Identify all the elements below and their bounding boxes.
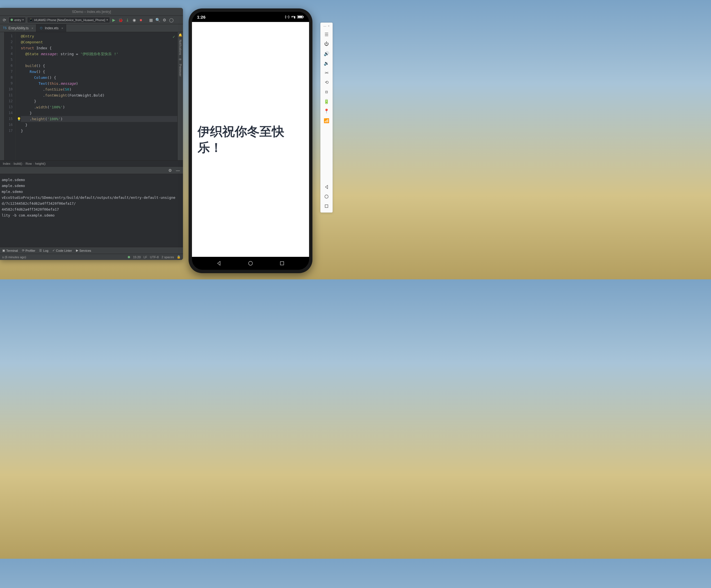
- crumb[interactable]: Index: [3, 162, 10, 165]
- phone-nav-bar: [192, 257, 309, 270]
- run-config-label: entry: [14, 18, 21, 22]
- terminal-icon: ▣: [2, 249, 5, 252]
- code-line: @Component: [21, 39, 177, 45]
- statusbar: s (6 minutes ago) 15:20 LF UTF-8 2 space…: [0, 254, 183, 260]
- nav-back-icon[interactable]: [322, 183, 331, 191]
- services-icon: ▶: [76, 249, 78, 252]
- previewer-tab[interactable]: Previewer: [178, 63, 182, 78]
- services-tool[interactable]: ▶ Services: [76, 249, 91, 252]
- tab-index-ets[interactable]: ⬡ Index.ets ×: [36, 24, 66, 32]
- window-titlebar: SDemo – Index.ets [entry]: [0, 8, 183, 16]
- encoding[interactable]: UTF-8: [150, 255, 159, 259]
- app-content: 伊织祝你冬至快乐！: [192, 22, 309, 257]
- line-number: 16: [4, 122, 16, 128]
- close-icon[interactable]: ×: [31, 26, 33, 30]
- line-number: 7: [4, 69, 16, 75]
- location-icon[interactable]: 📍: [322, 106, 331, 115]
- run-config-dropdown[interactable]: ⬢ entry ▾: [8, 17, 26, 23]
- volume-up-icon[interactable]: 🔊: [322, 49, 331, 58]
- gear-icon[interactable]: ⚙: [167, 168, 173, 173]
- minimize-icon[interactable]: —: [323, 24, 326, 27]
- notifications-tab[interactable]: Notifications: [178, 39, 182, 56]
- console-toolbar: ⚙ —: [0, 166, 183, 174]
- sync-icon[interactable]: ⟳: [2, 17, 7, 23]
- line-number: 13: [4, 104, 16, 110]
- run-icon[interactable]: ▶: [111, 17, 117, 23]
- crumb[interactable]: build(): [14, 162, 23, 165]
- code-line: }: [21, 122, 177, 128]
- account-icon[interactable]: ◯: [169, 17, 174, 23]
- close-icon[interactable]: ×: [61, 26, 63, 30]
- structure-icon[interactable]: ▦: [148, 17, 154, 23]
- search-icon[interactable]: 🔍: [155, 17, 161, 23]
- power-icon[interactable]: ⏻: [322, 39, 331, 48]
- previewer-icon: 👁: [179, 58, 182, 61]
- indent[interactable]: 2 spaces: [161, 255, 174, 259]
- code-line: .fontWeight(FontWeight.Bold): [21, 92, 177, 98]
- vcs-status: s (6 minutes ago): [2, 255, 26, 259]
- code-line: [21, 57, 177, 63]
- profiler-tool[interactable]: ⟳ Profiler: [22, 249, 36, 252]
- console-output[interactable]: ample.sdemoample.sdemomple.sdemovEcoStud…: [0, 174, 183, 247]
- stop-icon[interactable]: ■: [138, 17, 144, 23]
- emulator-toolbar: — × ☰ ⏻ 🔊 🔉 ⫘ ⟲ ⧈ 🔋 📍 📶: [320, 23, 333, 213]
- right-tool-panel: 🔔 Notifications 👁 Previewer: [177, 32, 183, 160]
- log-tool[interactable]: ☰ Log: [39, 249, 48, 252]
- crumb[interactable]: height(): [35, 162, 46, 165]
- line-number: 14: [4, 110, 16, 116]
- line-ending[interactable]: LF: [144, 255, 147, 259]
- notifications-bell-icon[interactable]: 🔔: [178, 33, 182, 37]
- code-line: .width('100%'): [21, 104, 177, 110]
- line-number: 6: [4, 63, 16, 69]
- code-line: struct Index {: [21, 45, 177, 51]
- device-dropdown[interactable]: 📱 HUAWEI Phone [NewDevice_from_Huawei_Ph…: [27, 17, 110, 23]
- console-line: lity -b com.example.sdemo: [2, 212, 181, 218]
- minimize-icon[interactable]: —: [175, 168, 181, 173]
- code-area[interactable]: ✓ @Entry@Componentstruct Index { @State …: [16, 32, 177, 160]
- cursor-position[interactable]: 15:20: [133, 255, 141, 259]
- lint-icon: ✓: [52, 249, 55, 252]
- shake-icon[interactable]: ⫘: [322, 68, 331, 77]
- wifi-icon[interactable]: 📶: [322, 116, 331, 125]
- tab-entryability[interactable]: TS EntryAbility.ts ×: [0, 24, 36, 32]
- line-number: 15: [4, 116, 16, 122]
- chevron-right-icon: ›: [23, 162, 24, 165]
- lock-icon[interactable]: 🔒: [177, 255, 181, 259]
- debug-icon[interactable]: 🐞: [118, 17, 124, 23]
- home-button[interactable]: [248, 261, 253, 266]
- console-line: 44582cf4d62a4ff3420f06efa17: [2, 206, 181, 212]
- tab-label: Index.ets: [45, 26, 59, 30]
- line-number: 9: [4, 81, 16, 86]
- line-number: 4: [4, 51, 16, 57]
- volume-down-icon[interactable]: 🔉: [322, 59, 331, 68]
- console-line: ample.sdemo: [2, 177, 181, 183]
- settings-icon[interactable]: ⚙: [162, 17, 168, 23]
- attach-icon[interactable]: ⤓: [125, 17, 130, 23]
- nav-home-icon[interactable]: [322, 192, 331, 201]
- svg-point-5: [325, 195, 328, 198]
- battery-icon[interactable]: 🔋: [322, 97, 331, 106]
- code-line: @Entry: [21, 33, 177, 39]
- phone-statusbar: 1:26 ⟨··⟩ ⁴ᴳ▮: [192, 12, 309, 22]
- ide-window: SDemo – Index.ets [entry] ⟳ ⬢ entry ▾ 📱 …: [0, 8, 183, 260]
- terminal-tool[interactable]: ▣ Terminal: [2, 249, 18, 252]
- console-line: d/7c12344582cf4d62a4ff3420f06efa17/: [2, 201, 181, 206]
- codelinter-tool[interactable]: ✓ Code Linter: [52, 249, 72, 252]
- back-button[interactable]: [216, 261, 221, 266]
- console-line: vEcoStudioProjects/SDemo/entry/build/def…: [2, 195, 181, 201]
- svg-rect-1: [298, 16, 302, 18]
- code-line: Column() {: [21, 75, 177, 81]
- dev-mode-icon: ⟨··⟩: [285, 15, 289, 19]
- screenshot-icon[interactable]: ⧈: [322, 87, 331, 96]
- close-icon[interactable]: ×: [328, 24, 330, 27]
- lightbulb-icon[interactable]: 💡: [17, 116, 21, 122]
- recent-button[interactable]: [280, 261, 284, 266]
- rotate-icon[interactable]: ⟲: [322, 78, 331, 87]
- line-number: 10: [4, 86, 16, 92]
- chevron-right-icon: ›: [33, 162, 34, 165]
- profile-icon[interactable]: ◉: [131, 17, 137, 23]
- nav-recent-icon[interactable]: [322, 202, 331, 211]
- menu-icon[interactable]: ☰: [322, 30, 331, 39]
- crumb[interactable]: Row: [26, 162, 32, 165]
- emulator-screen[interactable]: 1:26 ⟨··⟩ ⁴ᴳ▮ 伊织祝你冬至快乐！: [192, 12, 309, 270]
